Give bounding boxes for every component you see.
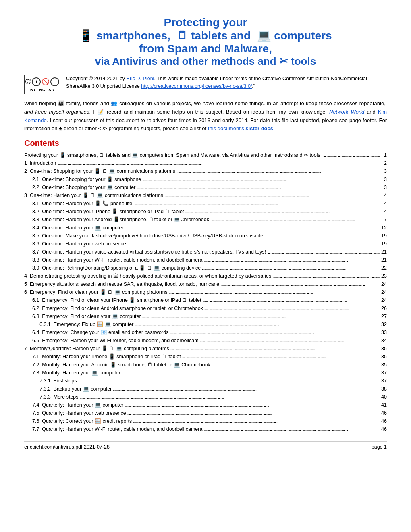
toc-text: 5 Emergency situations: search and rescu…: [24, 280, 219, 288]
toc-text: 6.3.1 Emergency: Fix up 🪟 💻 computer: [24, 320, 134, 328]
toc-dots: ........................................…: [203, 305, 380, 312]
toc-text: 7.3.2 Backup your 💻 computer: [24, 385, 112, 393]
toc-page: 26: [380, 304, 387, 312]
toc-dots: ........................................…: [126, 410, 380, 417]
toc-row: 7.3.2 Backup your 💻 computer............…: [24, 385, 387, 393]
toc-dots: ........................................…: [263, 233, 380, 240]
toc-row: 7.3 Monthly: Harden your 💻 computer.....…: [24, 369, 387, 377]
toc-page: 41: [380, 401, 387, 409]
toc-row: 6.3.1 Emergency: Fix up 🪟 💻 computer....…: [24, 320, 387, 328]
toc-dots: ........................................…: [199, 337, 380, 345]
toc-row: 6.2 Emergency: Find or clean Android sma…: [24, 304, 387, 312]
toc-page: 46: [380, 425, 387, 433]
toc-dots: ........................................…: [266, 249, 380, 256]
toc-page: 33: [380, 328, 387, 337]
toc-page: 46: [380, 417, 387, 425]
toc-row: 7.2 Monthly: Harden your Android 📱 smart…: [24, 361, 387, 369]
toc-row: 3.5 One-time: Make your flash-drive/jump…: [24, 232, 387, 240]
toc-row: 6.3 Emergency: Find or clean your 💻 comp…: [24, 312, 387, 320]
toc-dots: ........................................…: [201, 265, 380, 272]
toc-text: 3.5 One-time: Make your flash-drive/jump…: [24, 232, 263, 240]
toc-text: 6.4 Emergency: Change your 📧 email and o…: [24, 328, 168, 337]
toc-text: 6 Emergency: Find or clean your 📱 🗒 💻 co…: [24, 288, 168, 296]
toc-text: 3.2 One-time: Harden your iPhone 📱 smart…: [24, 208, 184, 216]
toc-page: 35: [380, 345, 387, 353]
toc-page: 37: [380, 369, 387, 377]
toc-row: 7 Monthly/Quarterly: Harden your 📱 🗒 💻 c…: [24, 345, 387, 353]
toc-text: 7.6 Quarterly: Correct your 🪟 credit rep…: [24, 417, 132, 425]
sister-docs-link[interactable]: this document's sister docs: [208, 125, 273, 131]
toc-page: 4: [380, 191, 387, 200]
toc-text: 3.3 One-time: Harden your Android 📱smart…: [24, 216, 209, 224]
toc-text: Protecting your 📱 smartphones, 🗒 tablets…: [24, 151, 320, 159]
toc-row: 3 One-time: Harden your 📱 🗒 💻 communicat…: [24, 191, 387, 200]
contents-heading: Contents: [24, 139, 387, 148]
toc-page: 22: [380, 264, 387, 272]
toc-page: 40: [380, 393, 387, 401]
toc-page: 23: [380, 272, 387, 280]
copyright-text: Copyright © 2014-2021 by Eric D. Piehl. …: [66, 75, 387, 90]
toc-dots: ........................................…: [163, 192, 380, 200]
page-footer: ericpiehl.com/antivirus.pdf 2021-07-28 p…: [24, 441, 387, 450]
toc-page: 24: [380, 296, 387, 304]
network-world-link[interactable]: Network World: [329, 109, 364, 115]
toc-page: 21: [380, 256, 387, 264]
toc-page: 35: [380, 353, 387, 361]
toc-page: 46: [380, 409, 387, 417]
toc-text: 7.5 Quarterly: Harden your web presence: [24, 409, 126, 417]
toc-dots: ........................................…: [141, 313, 380, 320]
toc-text: 6.3 Emergency: Find or clean your 💻 comp…: [24, 312, 141, 320]
toc-row: 2.1 One-time: Shopping for your 📱 smartp…: [24, 175, 387, 183]
toc-page: 24: [380, 288, 387, 296]
toc-text: 3.4 One-time: Harden your 💻 computer: [24, 224, 124, 232]
toc-page: 24: [380, 280, 387, 288]
toc-page: 2: [380, 159, 387, 167]
toc-dots: ........................................…: [56, 160, 380, 167]
toc-row: 3.1 One-time: Harden your 📱 📞 phone life…: [24, 200, 387, 208]
toc-text: 1 Introduction: [24, 159, 56, 167]
toc-row: 7.1 Monthly: Harden your iPhone 📱 smartp…: [24, 353, 387, 361]
toc-text: 7.3.1 First steps: [24, 377, 77, 385]
toc-row: 3.8 One-time: Harden your Wi-Fi router, …: [24, 256, 387, 264]
toc-row: 3.2 One-time: Harden your iPhone 📱 smart…: [24, 208, 387, 216]
toc-list: Protecting your 📱 smartphones, 🗒 tablets…: [24, 151, 387, 433]
toc-dots: ........................................…: [141, 176, 380, 183]
toc-dots: ........................................…: [169, 345, 380, 353]
title-line2: 📱 smartphones, 🗒 tablets and 💻 computers: [24, 29, 387, 42]
toc-text: 7.1 Monthly: Harden your iPhone 📱 smartp…: [24, 353, 181, 361]
toc-page: 12: [380, 224, 387, 232]
title-line4: via Antivirus and other methods and ✂ to…: [24, 55, 387, 68]
toc-row: 3.6 One-time: Harden your web presence..…: [24, 240, 387, 248]
toc-dots: ........................................…: [124, 224, 380, 232]
toc-dots: ........................................…: [134, 321, 380, 328]
toc-text: 7.2 Monthly: Harden your Android 📱 smart…: [24, 361, 210, 369]
toc-dots: ........................................…: [79, 394, 380, 401]
toc-dots: ........................................…: [181, 353, 380, 361]
license-link[interactable]: http://creativecommons.org/licenses/by-n…: [141, 83, 252, 89]
toc-row: 5 Emergency situations: search and rescu…: [24, 280, 387, 288]
toc-text: 3.9 One-time: Retiring/Donating/Disposin…: [24, 264, 201, 272]
toc-dots: ........................................…: [271, 273, 380, 280]
toc-text: 7.3 Monthly: Harden your 💻 computer: [24, 369, 120, 377]
toc-dots: ........................................…: [77, 378, 380, 385]
toc-dots: ........................................…: [219, 281, 380, 288]
toc-text: 2 One-time: Shopping for your 📱 🗒 💻 comm…: [24, 167, 175, 175]
toc-text: 3 One-time: Harden your 📱 🗒 💻 communicat…: [24, 191, 163, 200]
toc-dots: ........................................…: [209, 216, 380, 224]
toc-row: 6.5 Emergency: Harden your Wi-Fi router,…: [24, 337, 387, 345]
cc-badge: © i 🚫 ≡ BYNCSA: [24, 75, 60, 94]
toc-page: 38: [380, 385, 387, 393]
toc-dots: ........................................…: [184, 208, 380, 216]
toc-row: 7.5 Quarterly: Harden your web presence.…: [24, 409, 387, 417]
title-section: Protecting your 📱 smartphones, 🗒 tablets…: [24, 16, 387, 68]
toc-text: 7.3.3 More steps: [24, 393, 79, 401]
toc-dots: ........................................…: [210, 362, 380, 369]
toc-page: 3: [380, 167, 387, 175]
toc-row: 2.2 One-time: Shopping for your 💻 comput…: [24, 183, 387, 191]
contents-section: Contents Protecting your 📱 smartphones, …: [24, 139, 387, 433]
toc-dots: ........................................…: [126, 241, 380, 248]
toc-row: 1 Introduction..........................…: [24, 159, 387, 167]
toc-page: 4: [380, 208, 387, 216]
author-link[interactable]: Eric D. Piehl: [127, 76, 154, 81]
toc-row: 3.4 One-time: Harden your 💻 computer....…: [24, 224, 387, 232]
